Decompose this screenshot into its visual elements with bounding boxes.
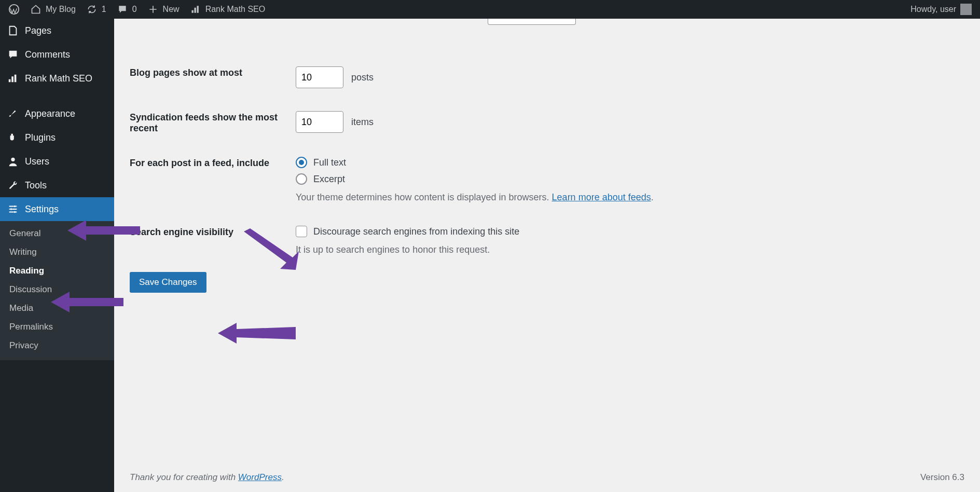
chart-icon <box>7 73 19 84</box>
sidebar-item-comments[interactable]: Comments <box>0 43 114 66</box>
footer-thanks: Thank you for creating with WordPress. <box>130 472 284 483</box>
submenu-discussion[interactable]: Discussion <box>0 280 114 299</box>
plus-icon <box>147 4 159 15</box>
svg-point-1 <box>11 158 15 161</box>
radio-excerpt[interactable] <box>296 173 307 185</box>
sidebar-item-label: Settings <box>25 204 59 215</box>
new-content-link[interactable]: New <box>142 0 185 19</box>
feed-desc-prefix: Your theme determines how content is dis… <box>296 192 552 202</box>
footer-thanks-prefix: Thank you for creating with <box>130 472 238 482</box>
footer-version: Version 6.3 <box>920 472 964 483</box>
sidebar-item-label: Appearance <box>25 108 75 119</box>
settings-reading-page: Blog pages show at most posts Syndicatio… <box>114 19 980 492</box>
label-syndication: Syndication feeds show the most recent <box>130 111 296 134</box>
user-account-link[interactable]: Howdy, user <box>905 0 977 19</box>
sidebar-item-label: Plugins <box>25 132 56 143</box>
submenu-privacy[interactable]: Privacy <box>0 336 114 355</box>
new-label: New <box>163 5 180 14</box>
home-icon <box>30 4 42 15</box>
suffix-blog-pages: posts <box>351 72 374 83</box>
sidebar-item-label: Tools <box>25 180 47 191</box>
comments-count: 0 <box>132 5 137 14</box>
cutoff-select[interactable] <box>488 19 576 25</box>
sidebar-item-label: Comments <box>25 49 70 60</box>
user-icon <box>7 156 19 167</box>
plug-icon <box>7 132 19 143</box>
svg-point-4 <box>14 211 16 213</box>
feed-desc-suffix: . <box>651 192 654 202</box>
footer-thanks-suffix: . <box>282 472 284 482</box>
greeting: Howdy, user <box>910 5 956 14</box>
submenu-media[interactable]: Media <box>0 299 114 318</box>
radio-fulltext[interactable] <box>296 157 307 168</box>
rankmath-toolbar-link[interactable]: Rank Math SEO <box>185 0 271 19</box>
sidebar-item-label: Users <box>25 156 49 167</box>
submenu-reading[interactable]: Reading <box>0 262 114 280</box>
wordpress-icon <box>8 4 20 15</box>
site-name: My Blog <box>46 5 76 14</box>
row-visibility: Search engine visibility Discourage sear… <box>130 214 964 267</box>
refresh-icon <box>86 4 98 15</box>
sidebar-item-users[interactable]: Users <box>0 149 114 173</box>
radio-fulltext-label: Full text <box>313 157 346 168</box>
admin-sidebar: Pages Comments Rank Math SEO Appearance … <box>0 19 114 492</box>
sidebar-item-plugins[interactable]: Plugins <box>0 126 114 149</box>
input-blog-pages[interactable] <box>296 66 343 88</box>
radio-excerpt-label: Excerpt <box>313 174 345 185</box>
submenu-permalinks[interactable]: Permalinks <box>0 318 114 336</box>
visibility-checkbox-row[interactable]: Discourage search engines from indexing … <box>296 226 964 237</box>
learn-more-feeds-link[interactable]: Learn more about feeds <box>552 192 651 202</box>
admin-toolbar: My Blog 1 0 New Rank Math SEO Howdy, use… <box>0 0 980 19</box>
chart-icon <box>190 4 201 15</box>
sidebar-item-label: Rank Math SEO <box>25 73 92 84</box>
feed-description: Your theme determines how content is dis… <box>296 192 964 203</box>
updates-link[interactable]: 1 <box>81 0 112 19</box>
row-feed-include: For each post in a feed, include Full te… <box>130 145 964 214</box>
admin-footer: Thank you for creating with WordPress. V… <box>114 463 980 492</box>
sidebar-item-tools[interactable]: Tools <box>0 173 114 197</box>
svg-point-3 <box>10 208 12 210</box>
sidebar-item-pages[interactable]: Pages <box>0 19 114 43</box>
svg-point-2 <box>14 206 16 208</box>
avatar <box>960 4 972 15</box>
comments-link[interactable]: 0 <box>112 0 142 19</box>
input-syndication[interactable] <box>296 111 343 133</box>
save-changes-button[interactable]: Save Changes <box>130 272 206 293</box>
sidebar-item-settings[interactable]: Settings <box>0 197 114 221</box>
wordpress-link[interactable]: WordPress <box>238 472 282 482</box>
label-feed-include: For each post in a feed, include <box>130 157 296 169</box>
visibility-description: It is up to search engines to honor this… <box>296 244 964 255</box>
sidebar-item-appearance[interactable]: Appearance <box>0 102 114 126</box>
rankmath-label: Rank Math SEO <box>205 5 266 14</box>
settings-submenu: General Writing Reading Discussion Media… <box>0 221 114 360</box>
checkbox-discourage-indexing[interactable] <box>296 226 307 237</box>
label-blog-pages: Blog pages show at most <box>130 66 296 78</box>
sidebar-item-label: Pages <box>25 25 51 36</box>
comment-icon <box>7 49 19 60</box>
sliders-icon <box>7 203 19 215</box>
reading-settings-form: Blog pages show at most posts Syndicatio… <box>130 55 964 267</box>
submenu-general[interactable]: General <box>0 224 114 243</box>
site-link[interactable]: My Blog <box>25 0 81 19</box>
suffix-syndication: items <box>351 117 374 127</box>
brush-icon <box>7 108 19 119</box>
page-icon <box>7 25 19 36</box>
radio-option-fulltext[interactable]: Full text <box>296 157 964 168</box>
radio-option-excerpt[interactable]: Excerpt <box>296 173 964 185</box>
wp-logo[interactable] <box>3 0 25 19</box>
label-visibility: Search engine visibility <box>130 226 296 238</box>
comment-icon <box>117 4 128 15</box>
checkbox-label: Discourage search engines from indexing … <box>313 226 519 237</box>
submenu-writing[interactable]: Writing <box>0 243 114 262</box>
sidebar-item-rankmath[interactable]: Rank Math SEO <box>0 66 114 90</box>
row-syndication: Syndication feeds show the most recent i… <box>130 100 964 145</box>
updates-count: 1 <box>102 5 106 14</box>
row-blog-pages: Blog pages show at most posts <box>130 55 964 100</box>
wrench-icon <box>7 180 19 191</box>
